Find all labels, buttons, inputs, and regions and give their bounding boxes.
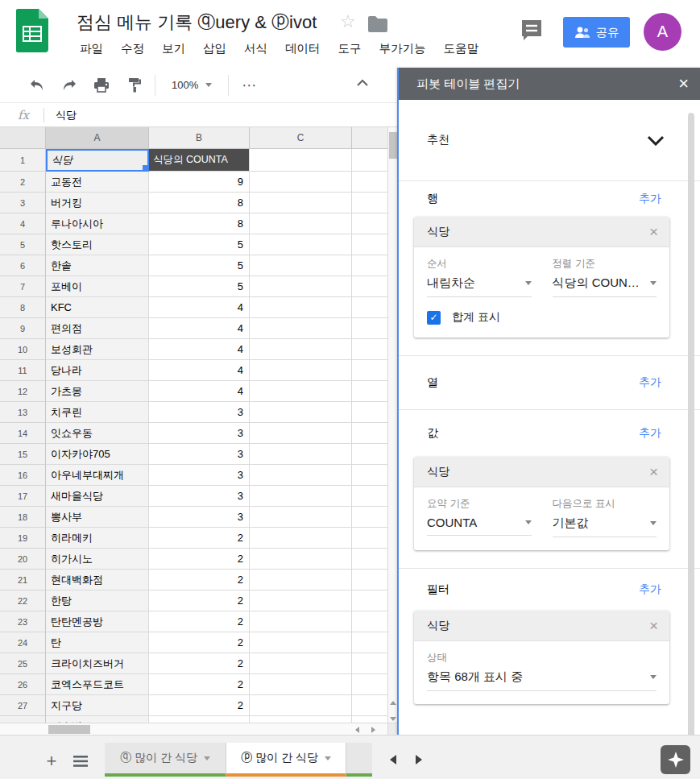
cell-count[interactable]: 5 xyxy=(149,255,250,276)
cell-empty[interactable] xyxy=(352,149,387,172)
chevron-down-icon[interactable] xyxy=(647,135,665,146)
cell-restaurant[interactable]: 한솥 xyxy=(46,255,149,276)
panel-scrollbar[interactable] xyxy=(688,113,694,749)
cell-empty[interactable] xyxy=(352,193,387,213)
cell-count[interactable]: 3 xyxy=(149,486,250,507)
cell-count[interactable]: 4 xyxy=(149,339,250,360)
vertical-scrollbar-thumb[interactable] xyxy=(389,132,397,159)
cell-restaurant[interactable]: 잇쇼우동 xyxy=(46,423,149,444)
cell-restaurant[interactable]: 한탕 xyxy=(46,590,149,611)
sheets-logo-icon[interactable] xyxy=(16,9,48,52)
cell-empty[interactable] xyxy=(352,695,387,716)
cell-count[interactable]: 3 xyxy=(149,507,250,528)
cell-restaurant[interactable]: 아우네부대찌개 xyxy=(46,465,149,486)
row-number[interactable]: 5 xyxy=(0,234,46,255)
sheet-tab-active[interactable]: ⓟ 많이 간 식당 xyxy=(226,743,346,777)
column-header-c[interactable]: C xyxy=(250,127,352,149)
chevron-down-icon[interactable] xyxy=(204,756,210,760)
cell-restaurant[interactable]: 히가시노 xyxy=(46,549,149,570)
row-number[interactable]: 22 xyxy=(0,590,46,611)
row-number[interactable]: 26 xyxy=(0,674,46,695)
cell-empty[interactable] xyxy=(352,381,387,402)
fill-handle[interactable] xyxy=(143,165,148,171)
cell-empty[interactable] xyxy=(352,528,387,549)
share-button[interactable]: 공유 xyxy=(563,17,630,48)
cell-empty[interactable] xyxy=(250,149,352,172)
cell-count[interactable]: 5 xyxy=(149,276,250,297)
row-number[interactable]: 7 xyxy=(0,276,46,297)
cell-empty[interactable] xyxy=(250,674,352,695)
sheet-tab[interactable] xyxy=(346,743,372,777)
cell-empty[interactable] xyxy=(250,297,352,318)
cell-count[interactable]: 2 xyxy=(149,695,250,716)
row-number[interactable]: 25 xyxy=(0,653,46,674)
menu-item[interactable]: 서식 xyxy=(235,39,276,58)
cell-empty[interactable] xyxy=(250,339,352,360)
card-header[interactable]: 식당 × xyxy=(414,457,669,487)
cell-empty[interactable] xyxy=(250,507,352,528)
cell-empty[interactable] xyxy=(250,611,352,632)
row-number[interactable]: 24 xyxy=(0,632,46,653)
selected-cell-restaurant-header[interactable]: 식당 xyxy=(46,149,149,172)
cell-empty[interactable] xyxy=(250,402,352,423)
cell-count[interactable]: 4 xyxy=(149,297,250,318)
cell-empty[interactable] xyxy=(352,402,387,423)
collapse-toolbar-button[interactable] xyxy=(356,76,369,90)
cell-empty[interactable] xyxy=(352,276,387,297)
menu-item[interactable]: 보기 xyxy=(153,39,194,58)
cell-empty[interactable] xyxy=(352,213,387,234)
cell-restaurant[interactable]: 새마을식당 xyxy=(46,486,149,507)
cell-empty[interactable] xyxy=(352,611,387,632)
cell-restaurant[interactable]: 교동전 xyxy=(46,172,149,193)
spreadsheet-grid[interactable]: A B C 1식당식당의 COUNTA2교동전93버거킹84루나아시아85핫스토… xyxy=(0,127,387,735)
sheet-tab[interactable]: ⓠ 많이 간 식당 xyxy=(105,743,226,777)
menu-item[interactable]: 부가기능 xyxy=(371,39,435,58)
row-number[interactable]: 11 xyxy=(0,360,46,381)
cell-empty[interactable] xyxy=(250,255,352,276)
cell-restaurant[interactable]: 뽕사부 xyxy=(46,507,149,528)
cell-empty[interactable] xyxy=(352,318,387,339)
row-number[interactable]: 21 xyxy=(0,570,46,590)
cell-count[interactable]: 2 xyxy=(149,549,250,570)
menu-item[interactable]: 파일 xyxy=(71,39,112,58)
column-header-a[interactable]: A xyxy=(46,127,149,149)
cell-restaurant[interactable]: 지구당 xyxy=(46,695,149,716)
cell-count[interactable]: 2 xyxy=(149,528,250,549)
column-header-partial[interactable] xyxy=(352,127,387,149)
row-number[interactable]: 2 xyxy=(0,172,46,193)
menu-item[interactable]: 도움말 xyxy=(435,39,488,58)
cell-restaurant[interactable]: 루나아시아 xyxy=(46,213,149,234)
folder-icon[interactable] xyxy=(367,15,388,33)
cell-empty[interactable] xyxy=(250,695,352,716)
chevron-down-icon[interactable] xyxy=(325,756,331,760)
cell-empty[interactable] xyxy=(250,549,352,570)
scroll-left-button[interactable] xyxy=(350,724,363,735)
cell-empty[interactable] xyxy=(352,632,387,653)
cell-empty[interactable] xyxy=(250,632,352,653)
cell-empty[interactable] xyxy=(352,360,387,381)
formula-bar[interactable]: fx 식당 xyxy=(0,102,397,127)
vertical-scrollbar[interactable] xyxy=(387,127,397,735)
card-header[interactable]: 식당 × xyxy=(414,611,669,641)
sort-by-dropdown[interactable]: 식당의 COUN… xyxy=(553,276,657,297)
remove-field-icon[interactable]: × xyxy=(649,464,658,479)
cell-count[interactable]: 2 xyxy=(149,653,250,674)
row-number[interactable]: 8 xyxy=(0,297,46,318)
cell-count[interactable]: 2 xyxy=(149,674,250,695)
cell-count[interactable]: 3 xyxy=(149,402,250,423)
row-number[interactable]: 15 xyxy=(0,444,46,465)
cell-empty[interactable] xyxy=(250,381,352,402)
cell-restaurant[interactable]: 탄 xyxy=(46,632,149,653)
redo-button[interactable] xyxy=(53,73,85,97)
menu-item[interactable]: 도구 xyxy=(329,39,371,58)
cell-empty[interactable] xyxy=(250,318,352,339)
cell-count[interactable]: 2 xyxy=(149,611,250,632)
add-sheet-button[interactable]: + xyxy=(37,746,66,777)
cell-empty[interactable] xyxy=(352,339,387,360)
cell-count[interactable]: 5 xyxy=(149,234,250,255)
select-all-corner[interactable] xyxy=(0,127,46,149)
cell-empty[interactable] xyxy=(250,444,352,465)
more-tools-button[interactable]: ⋯ xyxy=(234,77,265,94)
cell-empty[interactable] xyxy=(250,570,352,590)
row-number[interactable]: 6 xyxy=(0,255,46,276)
